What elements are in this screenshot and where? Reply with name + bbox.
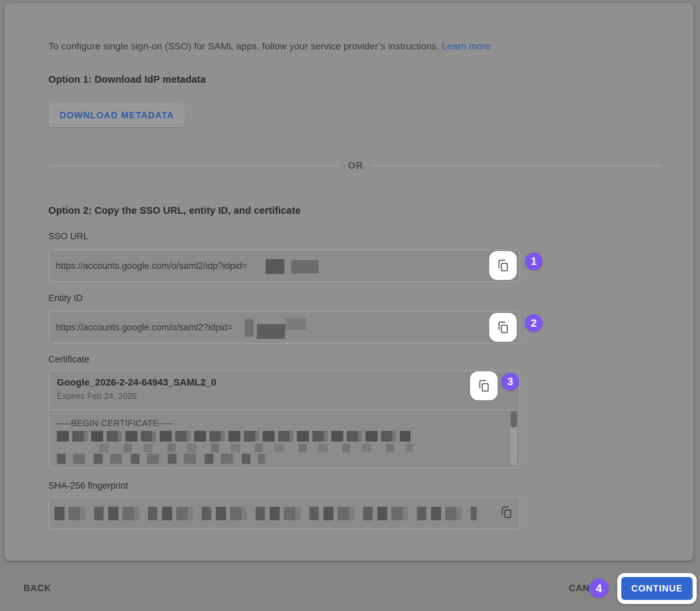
- sha256-label: SHA-256 fingerprint: [48, 481, 128, 491]
- continue-button[interactable]: CONTINUE: [621, 577, 692, 600]
- certificate-divider: [48, 409, 520, 410]
- redacted-certificate-row-1: [57, 431, 410, 442]
- entity-id-value: https://accounts.google.com/o/saml2?idpi…: [56, 322, 233, 333]
- annotation-badge-1: 1: [525, 252, 543, 270]
- intro-text: To configure single sign-on (SSO) for SA…: [48, 41, 491, 52]
- entity-id-field[interactable]: https://accounts.google.com/o/saml2?idpi…: [48, 311, 520, 343]
- annotation-badge-3: 3: [501, 373, 519, 390]
- divider-label: OR: [339, 160, 372, 171]
- redacted-certificate-row-2: [100, 444, 413, 452]
- sso-url-label: SSO URL: [48, 231, 88, 242]
- certificate-expiry: Expires Feb 24, 2026: [57, 391, 137, 401]
- or-divider: OR: [50, 159, 661, 172]
- annotation-badge-4: 4: [589, 578, 609, 598]
- certificate-name: Google_2026-2-24-64943_SAML2_0: [57, 377, 216, 388]
- redacted-sha256-value: [55, 507, 477, 520]
- option1-heading: Option 1: Download IdP metadata: [48, 74, 206, 85]
- sha256-field[interactable]: [48, 497, 520, 529]
- certificate-begin-line: -----BEGIN CERTIFICATE-----: [56, 418, 174, 429]
- copy-entity-id-button[interactable]: [489, 313, 517, 342]
- sso-url-field[interactable]: https://accounts.google.com/o/saml2/idp?…: [48, 249, 520, 282]
- certificate-label: Certificate: [48, 354, 89, 364]
- option2-heading: Option 2: Copy the SSO URL, entity ID, a…: [48, 205, 301, 216]
- redacted-sso-url-1: [266, 259, 285, 274]
- back-button[interactable]: BACK: [24, 583, 51, 594]
- redacted-entity-id-1: [245, 319, 253, 337]
- copy-icon: [496, 258, 510, 273]
- continue-button-highlight: CONTINUE: [617, 573, 697, 604]
- certificate-scrollbar-track: [511, 411, 517, 466]
- dialog-card: To configure single sign-on (SSO) for SA…: [5, 3, 693, 561]
- redacted-certificate-row-3: [57, 454, 265, 464]
- divider-line-right: [372, 165, 661, 166]
- copy-certificate-button[interactable]: [470, 371, 498, 400]
- copy-sso-url-button[interactable]: [489, 251, 517, 280]
- copy-icon: [477, 378, 491, 393]
- annotation-badge-2: 2: [525, 314, 543, 332]
- divider-line-left: [50, 165, 339, 166]
- copy-icon: [496, 320, 510, 335]
- copy-icon: [499, 505, 514, 520]
- copy-sha256-button[interactable]: [499, 505, 514, 521]
- download-metadata-button[interactable]: DOWNLOAD METADATA: [49, 104, 185, 127]
- sso-config-screen: To configure single sign-on (SSO) for SA…: [0, 0, 700, 611]
- redacted-entity-id-2: [257, 324, 285, 339]
- redacted-sso-url-2: [291, 260, 319, 273]
- sso-url-value: https://accounts.google.com/o/saml2/idp?…: [56, 260, 247, 271]
- redacted-entity-id-3: [285, 318, 306, 330]
- certificate-scrollbar-thumb[interactable]: [511, 411, 517, 428]
- entity-id-label: Entity ID: [48, 293, 83, 303]
- learn-more-link[interactable]: Learn more: [442, 41, 491, 51]
- intro-sentence: To configure single sign-on (SSO) for SA…: [48, 41, 439, 51]
